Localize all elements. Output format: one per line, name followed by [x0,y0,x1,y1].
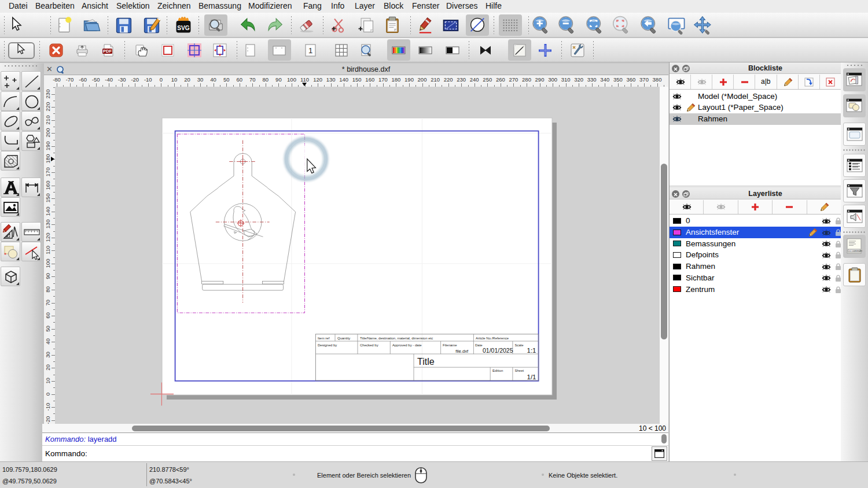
svg-text:1/1: 1/1 [527,374,536,380]
svg-text:file.dxf: file.dxf [455,349,469,354]
svg-text:Designed by: Designed by [318,343,337,347]
svg-text:Approved by - date: Approved by - date [392,343,422,347]
svg-text:Title/Name, destination, mater: Title/Name, destination, material, dimen… [360,337,433,340]
svg-text:1: 1 [308,46,312,55]
svg-text:Article No./Reference: Article No./Reference [476,337,509,340]
svg-text:Date: Date [475,343,483,347]
svg-text:Edition: Edition [492,369,503,372]
svg-text:Item ref: Item ref [318,337,330,340]
svg-text:PDF: PDF [103,49,112,54]
svg-text:Title: Title [417,357,435,367]
svg-text:01/01/2025: 01/01/2025 [483,347,513,354]
svg-text:Scale: Scale [515,343,524,347]
svg-text:Sheet: Sheet [515,369,524,372]
svg-text:c : command: c : command [849,249,862,252]
svg-text:Filename: Filename [443,343,457,347]
svg-text:1:1: 1:1 [527,347,536,354]
svg-text:SVG: SVG [177,24,190,31]
svg-text:Checked by: Checked by [360,343,378,347]
svg-text:Quantity: Quantity [337,337,350,340]
